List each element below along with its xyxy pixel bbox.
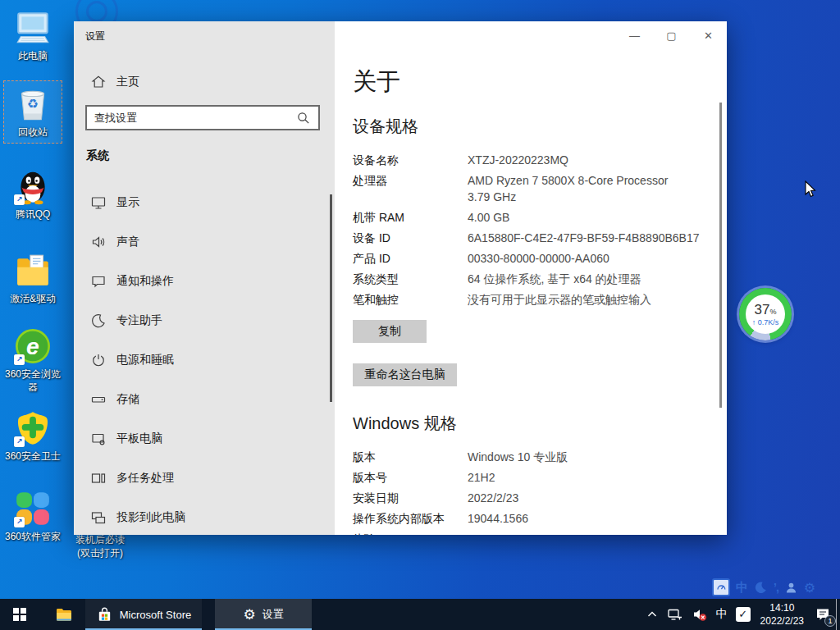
about-page: 关于 设备规格 设备名称 XTZJ-20220223MQ 处理器 AMD Ryz… [335, 21, 727, 535]
volume-muted-icon[interactable] [687, 599, 712, 630]
spec-row: 安装日期 2022/2/23 [353, 490, 727, 506]
windows-spec-heading: Windows 规格 [353, 413, 727, 434]
ime-punctuation-icon[interactable]: ’, [774, 581, 778, 594]
ime-language-icon[interactable]: 中 [736, 580, 748, 596]
sidebar-item-display[interactable]: 显示 [74, 184, 335, 221]
svg-text:♻: ♻ [27, 97, 39, 111]
desktop-icon-readme-label[interactable]: 装机后必读(双击打开) [71, 533, 130, 559]
settings-window: 设置 主页 系统 显示 声音 [74, 21, 727, 535]
clock-date: 2022/2/23 [760, 614, 804, 628]
file-explorer-taskbar-button[interactable] [46, 599, 82, 630]
sidebar-item-storage[interactable]: 存储 [74, 381, 335, 418]
ime-fullwidth-moon-icon[interactable] [754, 581, 768, 595]
desktop-icon-label: 回收站 [18, 126, 48, 139]
sidebar-item-label: 平板电脑 [116, 431, 162, 446]
sidebar-item-label: 多任务处理 [116, 471, 174, 486]
multitask-icon [90, 470, 107, 486]
desktop-icon-360-software[interactable]: ↗ 360软件管家 [3, 489, 62, 544]
sidebar-scrollbar[interactable] [330, 194, 332, 402]
sidebar-item-tablet[interactable]: 平板电脑 [74, 420, 335, 458]
ime-toolbar: 中 ’, ⚙ [712, 576, 815, 599]
desktop-icon-360-browser[interactable]: e ↗ 360安全浏览器 [3, 326, 62, 394]
spec-row: 设备 ID 6A15880F-C4E2-47F9-BF59-F4B8890B6B… [353, 230, 727, 246]
clock-time: 14:10 [760, 601, 804, 614]
project-screens-icon [90, 509, 107, 526]
desktop-icon-tencent-qq[interactable]: ↗ 腾讯QQ [3, 167, 62, 221]
speaker-icon [90, 234, 107, 250]
action-center-button[interactable]: 1 [810, 599, 836, 630]
sidebar-item-power-sleep[interactable]: 电源和睡眠 [74, 341, 335, 379]
show-desktop-button[interactable] [836, 599, 840, 630]
windows-logo-icon [13, 608, 26, 621]
home-icon [90, 74, 107, 90]
desktop-icon-this-pc[interactable]: 此电脑 [3, 8, 62, 63]
sidebar-section-title: 系统 [86, 148, 109, 163]
spec-row: 操作系统内部版本 19044.1566 [353, 510, 727, 527]
ime-status-icon[interactable] [712, 578, 730, 596]
search-icon[interactable] [295, 110, 312, 126]
taskbar-clock[interactable]: 14:10 2022/2/23 [755, 601, 810, 628]
ime-settings-gear-icon[interactable]: ⚙ [804, 580, 815, 596]
desktop-icon-label: 360安全浏览器 [3, 368, 62, 394]
desktop-icon-label: 此电脑 [18, 50, 48, 63]
sidebar-nav: 显示 声音 通知和操作 专注助手 电源和睡眠 [74, 184, 335, 535]
ime-user-icon[interactable] [784, 581, 798, 595]
percent-unit: % [769, 308, 776, 316]
this-pc-icon [13, 8, 52, 48]
sidebar-item-label: 显示 [116, 195, 139, 210]
windows-spec-rows: 版本 Windows 10 专业版 版本号 21H2 安装日期 2022/2/2… [353, 449, 727, 535]
sidebar-item-sound[interactable]: 声音 [74, 223, 335, 261]
maximize-button[interactable]: ▢ [653, 21, 690, 49]
desktop-icon-activation-driver[interactable]: 激活&驱动 [3, 251, 62, 306]
microsoft-store-taskbar-button[interactable]: Microsoft Store [85, 599, 202, 630]
desktop-icon-label: 激活&驱动 [10, 293, 56, 306]
sidebar-item-home[interactable]: 主页 [74, 69, 335, 95]
spec-row: 设备名称 XTZJ-20220223MQ [353, 152, 727, 168]
shortcut-arrow-icon: ↗ [14, 194, 25, 205]
360-software-icon: ↗ [13, 489, 52, 528]
sidebar-item-projecting[interactable]: 投影到此电脑 [74, 499, 335, 535]
notification-bubble-icon [90, 273, 107, 290]
desktop-icon-360-safe[interactable]: ↗ 360安全卫士 [3, 409, 62, 463]
tablet-icon [90, 431, 107, 447]
sidebar-item-label: 主页 [116, 75, 139, 89]
360-tray-shield-icon[interactable]: ✓ [732, 599, 755, 630]
spec-row: 处理器 AMD Ryzen 7 5800X 8-Core Processor 3… [353, 172, 727, 205]
notification-count-badge: 1 [824, 615, 836, 627]
spec-row: 系统类型 64 位操作系统, 基于 x64 的处理器 [353, 271, 727, 287]
system-tray: 中 ✓ 14:10 2022/2/23 1 [641, 599, 840, 630]
shortcut-arrow-icon: ↗ [14, 436, 25, 447]
close-button[interactable]: ✕ [690, 21, 727, 49]
window-title: 设置 [85, 30, 105, 43]
spec-row: 版本 Windows 10 专业版 [353, 449, 727, 465]
gear-icon: ⚙ [243, 606, 255, 623]
minimize-button[interactable]: — [616, 21, 653, 49]
svg-text:e: e [26, 333, 39, 359]
tray-chevron-up-icon[interactable] [641, 599, 663, 630]
360-speed-ball[interactable]: 37% ↑ 0.7K/s [739, 288, 792, 340]
sidebar-item-multitasking[interactable]: 多任务处理 [74, 459, 335, 497]
search-input[interactable] [87, 112, 279, 124]
sidebar-item-label: 声音 [116, 235, 139, 249]
rename-pc-button[interactable]: 重命名这台电脑 [353, 363, 457, 386]
spec-row: 机带 RAM 4.00 GB [353, 209, 727, 226]
tray-ime-indicator[interactable]: 中 [712, 599, 732, 630]
settings-search-box [85, 105, 320, 130]
content-scrollbar[interactable] [719, 103, 722, 408]
settings-taskbar-button[interactable]: ⚙ 设置 [215, 599, 312, 630]
taskbar-app-label: Microsoft Store [120, 609, 191, 621]
sidebar-item-focus-assist[interactable]: 专注助手 [74, 302, 335, 340]
desktop-icon-label: 360安全卫士 [5, 450, 61, 463]
copy-button[interactable]: 复制 [353, 320, 427, 343]
start-button[interactable] [0, 599, 39, 630]
360-safe-icon: ↗ [13, 409, 52, 448]
spec-row: 产品 ID 00330-80000-00000-AA060 [353, 250, 727, 267]
sidebar-item-notifications[interactable]: 通知和操作 [74, 262, 335, 300]
folder-icon [55, 605, 73, 623]
desktop-icon-recycle-bin[interactable]: ♻ 回收站 [3, 80, 62, 144]
qq-penguin-icon: ↗ [13, 167, 52, 206]
folder-icon [13, 251, 52, 290]
network-ethernet-icon[interactable] [663, 599, 687, 630]
spec-row: 笔和触控 没有可用于此显示器的笔或触控输入 [353, 291, 727, 308]
spec-row: 版本号 21H2 [353, 469, 727, 486]
